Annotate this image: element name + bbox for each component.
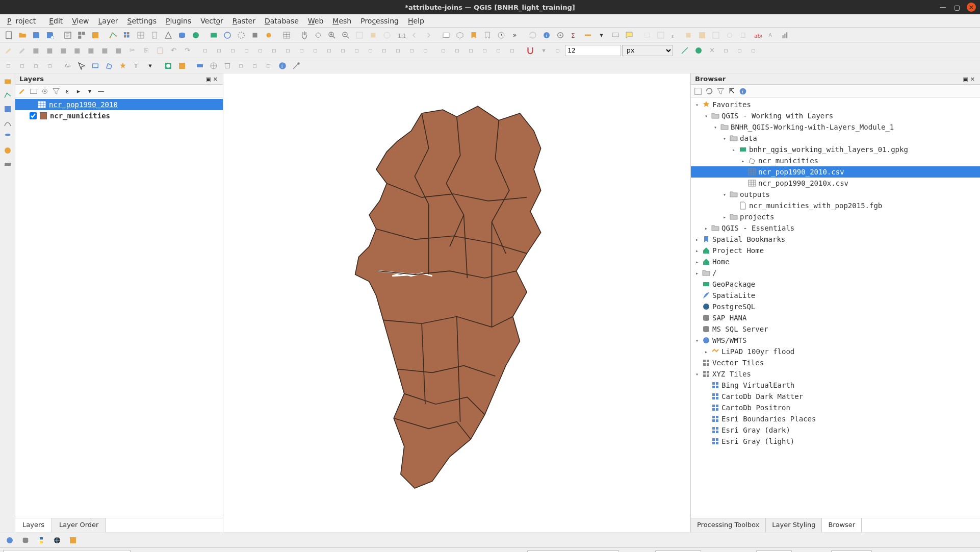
lbl2-icon[interactable]: ▫ — [16, 59, 29, 72]
select-value-icon[interactable] — [654, 29, 667, 41]
map-tips-icon[interactable] — [609, 29, 622, 41]
menu-processing[interactable]: Processing — [356, 15, 403, 27]
tree-toggle-icon[interactable]: ▸ — [740, 158, 746, 164]
browser-item[interactable]: Esri Gray (dark) — [691, 424, 980, 436]
snapping-icon[interactable] — [524, 44, 536, 57]
browser-item[interactable]: CartoDb Positron — [691, 402, 980, 413]
zoom-layer-icon[interactable] — [380, 29, 393, 41]
diagram-icon[interactable] — [778, 29, 791, 41]
select-expr-icon[interactable]: ε — [668, 29, 681, 41]
edit6-icon[interactable]: ■ — [71, 44, 84, 57]
python-console-icon[interactable] — [35, 534, 47, 546]
zoom-full-icon[interactable] — [353, 29, 366, 41]
layers-add-group-icon[interactable] — [29, 86, 39, 96]
annotation-rect-icon[interactable] — [89, 59, 101, 72]
select-all-icon[interactable] — [695, 29, 708, 41]
menu-project[interactable]: Project — [3, 15, 44, 27]
browser-item[interactable]: SpatiaLite — [691, 290, 980, 301]
edit9-icon[interactable]: ■ — [112, 44, 125, 57]
dig1-icon[interactable]: ▫ — [199, 44, 212, 57]
tab-processing-toolbox[interactable]: Processing Toolbox — [691, 518, 766, 532]
snap-tolerance-input[interactable] — [565, 45, 621, 56]
zoom-out-icon[interactable] — [339, 29, 352, 41]
show-bookmarks-icon[interactable] — [481, 29, 494, 41]
dig12-icon[interactable]: ▫ — [350, 44, 363, 57]
plugin4-icon[interactable]: ▫ — [235, 59, 247, 72]
layers-undock-icon[interactable]: ▣ — [204, 76, 212, 83]
browser-item[interactable]: SAP HANA — [691, 312, 980, 323]
browser-filter-icon[interactable] — [715, 86, 726, 96]
vector-layer-icon[interactable] — [107, 29, 119, 41]
browser-close-icon[interactable]: ✕ — [969, 76, 976, 83]
show-labels-icon[interactable]: A — [764, 29, 777, 41]
browser-item[interactable]: ncr_pop1990_2010x.csv — [691, 178, 980, 189]
magnifier-value[interactable]: 100% — [756, 550, 792, 553]
browser-collapse-icon[interactable]: ⇱ — [727, 86, 737, 96]
save-edits-icon[interactable] — [16, 44, 29, 57]
redo-icon[interactable]: ↷ — [181, 44, 194, 57]
menu-raster[interactable]: Raster — [228, 15, 260, 27]
scale-value[interactable]: :193214 — [655, 550, 701, 553]
new-bookmark-icon[interactable] — [467, 29, 480, 41]
pan-selection-icon[interactable] — [312, 29, 324, 41]
style-manager-icon[interactable] — [89, 29, 101, 41]
josm-icon[interactable] — [175, 59, 188, 72]
more-icon[interactable]: » — [508, 29, 521, 41]
browser-properties-icon[interactable]: i — [738, 86, 748, 96]
menu-database[interactable]: Database — [261, 15, 303, 27]
snap-dropdown-icon[interactable]: ▾ — [537, 44, 550, 57]
tree-toggle-icon[interactable]: ▸ — [721, 214, 728, 220]
snap1-icon[interactable]: ▫ — [437, 44, 450, 57]
dig6-icon[interactable]: ▫ — [268, 44, 280, 57]
menu-mesh[interactable]: Mesh — [328, 15, 355, 27]
tab-layers[interactable]: Layers — [15, 518, 52, 532]
new-spatialite-icon[interactable] — [235, 29, 247, 41]
tab-layer-order[interactable]: Layer Order — [52, 518, 106, 532]
spatialite-layer-icon[interactable] — [175, 29, 188, 41]
browser-item[interactable]: GeoPackage — [691, 279, 980, 290]
tree-toggle-icon[interactable]: ▸ — [703, 349, 709, 355]
snap-opt3-icon[interactable]: ▫ — [747, 44, 760, 57]
lbl3-icon[interactable]: ▫ — [30, 59, 42, 72]
undo-icon[interactable]: ↶ — [167, 44, 180, 57]
plugin2-icon[interactable] — [207, 59, 220, 72]
layers-visibility-icon[interactable] — [40, 86, 50, 96]
help-icon[interactable]: i — [276, 59, 289, 72]
new-project-icon[interactable] — [2, 29, 15, 41]
tree-toggle-icon[interactable]: ▸ — [694, 248, 700, 254]
tree-toggle-icon[interactable]: ▸ — [731, 147, 737, 153]
rotation-value[interactable]: 0.0 ° — [831, 550, 872, 553]
browser-item[interactable]: ▸Home — [691, 256, 980, 267]
new-3d-view-icon[interactable] — [453, 29, 466, 41]
save-project-icon[interactable] — [30, 29, 42, 41]
layers-filter-icon[interactable] — [51, 86, 61, 96]
layers-expand-icon[interactable]: ▸ — [73, 86, 84, 96]
zoom-last-icon[interactable] — [408, 29, 421, 41]
dig8-icon[interactable]: ▫ — [295, 44, 308, 57]
layers-collapse-icon[interactable]: ▾ — [85, 86, 95, 96]
temporal-icon[interactable] — [495, 29, 507, 41]
browser-item[interactable]: Vector Tiles — [691, 357, 980, 368]
deselect-icon[interactable] — [682, 29, 694, 41]
dsm-open-icon[interactable] — [2, 76, 14, 88]
snap-layer-icon[interactable]: ▫ — [551, 44, 564, 57]
tree-toggle-icon[interactable]: ▸ — [694, 237, 700, 242]
delimited-text-icon[interactable]: , — [148, 29, 161, 41]
new-print-layout-icon[interactable] — [61, 29, 74, 41]
minimize-button[interactable]: — — [938, 3, 947, 12]
identify-icon[interactable]: i — [540, 29, 553, 41]
layout-manager-icon[interactable] — [75, 29, 88, 41]
tree-toggle-icon[interactable]: ▾ — [721, 136, 728, 141]
tree-toggle-icon[interactable]: ▾ — [721, 192, 728, 197]
map-canvas[interactable] — [223, 73, 690, 532]
dig16-icon[interactable]: ▫ — [405, 44, 418, 57]
select-location-icon[interactable] — [723, 29, 736, 41]
label-toolbar-icon[interactable]: abc — [751, 29, 763, 41]
annotation-poly-icon[interactable] — [102, 59, 115, 72]
statistics-icon[interactable]: Σ — [568, 29, 580, 41]
browser-item[interactable]: ncr_pop1990_2010.csv — [691, 166, 980, 178]
refresh-icon[interactable] — [526, 29, 539, 41]
dig10-icon[interactable]: ▫ — [323, 44, 336, 57]
browser-item[interactable]: CartoDb Dark Matter — [691, 391, 980, 402]
plugin-db-icon[interactable] — [19, 534, 32, 546]
